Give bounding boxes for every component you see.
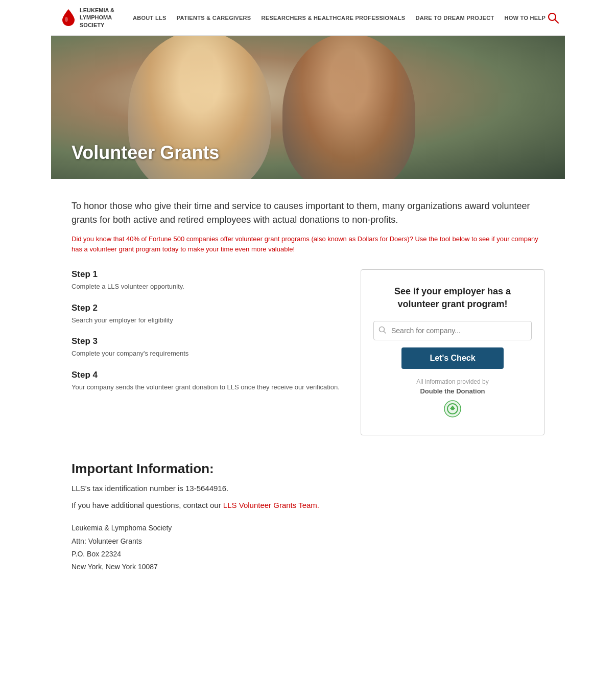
step-2-title: Step 2 bbox=[72, 303, 340, 313]
address-line3: P.O. Box 22324 bbox=[72, 548, 544, 561]
step-2-desc: Search your employer for eligibility bbox=[72, 315, 340, 325]
nav-help[interactable]: HOW TO HELP bbox=[504, 15, 546, 21]
lets-check-button[interactable]: Let's Check bbox=[401, 347, 504, 369]
contact-prefix: If you have additional questions, contac… bbox=[72, 501, 223, 509]
address-line4: New York, New York 10087 bbox=[72, 561, 544, 573]
logo-drop-icon bbox=[61, 8, 76, 27]
svg-line-2 bbox=[555, 19, 559, 23]
step-3-title: Step 3 bbox=[72, 336, 340, 346]
svg-line-4 bbox=[384, 332, 386, 334]
step-1-desc: Complete a LLS volunteer opportunity. bbox=[72, 282, 340, 292]
svg-point-0 bbox=[65, 17, 68, 22]
nav-right: DONATE bbox=[546, 9, 565, 27]
intro-small-paragraph: Did you know that 40% of Fortune 500 com… bbox=[72, 234, 544, 254]
company-search-input[interactable] bbox=[373, 321, 532, 340]
two-column-section: Step 1 Complete a LLS volunteer opportun… bbox=[72, 269, 544, 435]
volunteer-grants-team-link[interactable]: LLS Volunteer Grants Team. bbox=[223, 501, 319, 509]
provided-by-text: All information provided by bbox=[373, 378, 532, 385]
step-3-desc: Complete your company's requirements bbox=[72, 348, 340, 359]
step-4-title: Step 4 bbox=[72, 370, 340, 380]
step-4-desc: Your company sends the volunteer grant d… bbox=[72, 382, 340, 392]
contact-line: If you have additional questions, contac… bbox=[72, 501, 544, 509]
navigation: LEUKEMIA & LYMPHOMA SOCIETY ABOUT LLS PA… bbox=[51, 0, 565, 36]
nav-dare[interactable]: DARE TO DREAM PROJECT bbox=[415, 15, 494, 21]
step-4: Step 4 Your company sends the volunteer … bbox=[72, 370, 340, 392]
steps-column: Step 1 Complete a LLS volunteer opportun… bbox=[72, 269, 340, 403]
main-content: To honor those who give their time and s… bbox=[51, 179, 565, 619]
svg-point-7 bbox=[451, 407, 454, 410]
search-icon[interactable] bbox=[546, 10, 561, 26]
hero-title: Volunteer Grants bbox=[72, 142, 219, 164]
step-3: Step 3 Complete your company's requireme… bbox=[72, 336, 340, 359]
hero-banner: Volunteer Grants bbox=[51, 36, 565, 179]
employer-box-title: See if your employer has a volunteer gra… bbox=[373, 285, 532, 311]
logo[interactable]: LEUKEMIA & LYMPHOMA SOCIETY bbox=[61, 7, 133, 29]
nav-links: ABOUT LLS PATIENTS & CAREGIVERS RESEARCH… bbox=[133, 15, 546, 21]
mailing-address: Leukemia & Lymphoma Society Attn: Volunt… bbox=[72, 522, 544, 573]
nav-patients[interactable]: PATIENTS & CAREGIVERS bbox=[177, 15, 251, 21]
company-search-wrapper bbox=[373, 321, 532, 340]
provider-name: Double the Donation bbox=[373, 387, 532, 395]
intro-paragraph: To honor those who give their time and s… bbox=[72, 199, 544, 227]
double-donation-logo bbox=[444, 400, 461, 417]
step-2: Step 2 Search your employer for eligibil… bbox=[72, 303, 340, 325]
step-1: Step 1 Complete a LLS volunteer opportun… bbox=[72, 269, 340, 292]
nav-about[interactable]: ABOUT LLS bbox=[133, 15, 167, 21]
step-1-title: Step 1 bbox=[72, 269, 340, 280]
tax-id-text: LLS's tax identification number is 13-56… bbox=[72, 484, 544, 493]
important-title: Important Information: bbox=[72, 461, 544, 477]
address-line2: Attn: Volunteer Grants bbox=[72, 535, 544, 548]
nav-researchers[interactable]: RESEARCHERS & HEALTHCARE PROFESSIONALS bbox=[262, 15, 406, 21]
company-search-icon bbox=[378, 326, 386, 335]
address-line1: Leukemia & Lymphoma Society bbox=[72, 522, 544, 534]
employer-check-box: See if your employer has a volunteer gra… bbox=[361, 269, 544, 435]
logo-text: LEUKEMIA & LYMPHOMA SOCIETY bbox=[80, 7, 114, 29]
important-information: Important Information: LLS's tax identif… bbox=[72, 461, 544, 573]
